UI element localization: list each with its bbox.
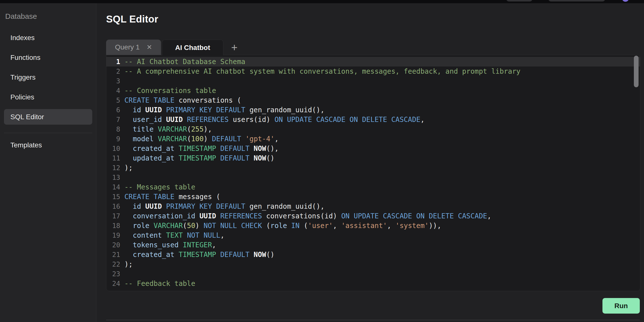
line-number: 12	[106, 163, 120, 172]
page-title: SQL Editor	[106, 14, 158, 25]
code-line: 6 id UUID PRIMARY KEY DEFAULT gen_random…	[106, 105, 640, 115]
line-number: 15	[106, 192, 120, 202]
code-text	[120, 76, 124, 86]
sql-editor-canvas[interactable]: 1-- AI Chatbot Database Schema2-- A comp…	[106, 55, 640, 291]
code-line: 3	[106, 76, 640, 86]
code-text: CREATE TABLE conversations (	[120, 96, 241, 105]
code-line: 7 user_id UUID REFERENCES users(id) ON U…	[106, 115, 640, 124]
code-line: 1-- AI Chatbot Database Schema	[106, 57, 640, 66]
editor-vertical-scrollbar[interactable]	[634, 56, 638, 87]
code-text: conversation_id UUID REFERENCES conversa…	[120, 211, 492, 221]
line-number: 10	[106, 144, 120, 153]
footer-divider	[106, 320, 640, 320]
sidebar-item-sql-editor[interactable]: SQL Editor	[4, 109, 92, 125]
line-number: 7	[106, 115, 120, 124]
code-line: 14-- Messages table	[106, 182, 640, 192]
line-number: 11	[106, 153, 120, 163]
code-line: 17 conversation_id UUID REFERENCES conve…	[106, 211, 640, 221]
code-text: -- AI Chatbot Database Schema	[120, 57, 245, 66]
code-text: title VARCHAR(255),	[120, 124, 212, 134]
code-text	[120, 269, 124, 279]
code-text: -- Feedback table	[120, 279, 196, 288]
line-number: 19	[106, 230, 120, 240]
run-button[interactable]: Run	[602, 298, 640, 314]
line-number: 5	[106, 96, 120, 105]
code-line: 5CREATE TABLE conversations (	[106, 96, 640, 105]
tab-query-1[interactable]: Query 1✕	[106, 40, 161, 55]
line-number: 17	[106, 211, 120, 221]
code-text: content TEXT NOT NULL,	[120, 230, 224, 240]
sidebar-item-triggers[interactable]: Triggers	[4, 70, 92, 85]
line-number: 21	[106, 250, 120, 260]
code-text: -- A comprehensive AI chatbot system wit…	[120, 66, 520, 76]
code-text: CREATE TABLE messages (	[120, 192, 220, 202]
code-line: 8 title VARCHAR(255),	[106, 124, 640, 134]
code-line: 18 role VARCHAR(50) NOT NULL CHECK (role…	[106, 221, 640, 230]
top-bar	[0, 0, 644, 3]
code-line: 2-- A comprehensive AI chatbot system wi…	[106, 66, 640, 76]
sidebar-item-policies[interactable]: Policies	[4, 89, 92, 105]
code-line: 19 content TEXT NOT NULL,	[106, 230, 640, 240]
code-line: 15CREATE TABLE messages (	[106, 192, 640, 202]
code-line: 13	[106, 172, 640, 182]
line-number: 2	[106, 66, 120, 76]
code-line: 23	[106, 269, 640, 279]
line-number: 8	[106, 124, 120, 134]
code-line: 22);	[106, 260, 640, 269]
code-line: 10 created_at TIMESTAMP DEFAULT NOW(),	[106, 144, 640, 153]
close-tab-icon[interactable]: ✕	[147, 44, 152, 51]
sidebar-item-templates[interactable]: Templates	[4, 137, 92, 153]
line-number: 18	[106, 221, 120, 230]
line-number: 22	[106, 260, 120, 269]
sidebar-item-indexes[interactable]: Indexes	[4, 30, 92, 46]
code-text: id UUID PRIMARY KEY DEFAULT gen_random_u…	[120, 105, 324, 115]
code-text: -- Conversations table	[120, 86, 216, 96]
code-text: id UUID PRIMARY KEY DEFAULT gen_random_u…	[120, 202, 324, 211]
line-number: 23	[106, 269, 120, 279]
tab-label: AI Chatbot	[175, 44, 210, 52]
line-number: 3	[106, 76, 120, 86]
code-lines: 1-- AI Chatbot Database Schema2-- A comp…	[106, 55, 640, 288]
code-line: 11 updated_at TIMESTAMP DEFAULT NOW()	[106, 153, 640, 163]
topbar-partial-button-1[interactable]	[506, 0, 532, 2]
app-window: Database IndexesFunctionsTriggersPolicie…	[0, 0, 644, 322]
line-number: 4	[106, 86, 120, 96]
code-text: updated_at TIMESTAMP DEFAULT NOW()	[120, 153, 274, 163]
code-text	[120, 172, 124, 182]
sidebar-item-functions[interactable]: Functions	[4, 50, 92, 65]
code-text: );	[120, 260, 133, 269]
code-text: created_at TIMESTAMP DEFAULT NOW()	[120, 250, 274, 260]
code-text: created_at TIMESTAMP DEFAULT NOW(),	[120, 144, 279, 153]
tab-ai-chatbot[interactable]: AI Chatbot	[162, 40, 223, 56]
line-number: 9	[106, 134, 120, 144]
code-line: 12);	[106, 163, 640, 172]
line-number: 6	[106, 105, 120, 115]
code-line: 24-- Feedback table	[106, 279, 640, 288]
code-line: 21 created_at TIMESTAMP DEFAULT NOW()	[106, 250, 640, 260]
sidebar-section-title: Database	[0, 3, 96, 20]
code-text: tokens_used INTEGER,	[120, 240, 216, 250]
line-number: 14	[106, 182, 120, 192]
user-avatar[interactable]	[622, 0, 629, 2]
code-line: 4-- Conversations table	[106, 86, 640, 96]
line-number: 24	[106, 279, 120, 288]
query-tab-bar: Query 1✕AI Chatbot+	[106, 40, 238, 55]
main-panel: SQL Editor Query 1✕AI Chatbot+ 1-- AI Ch…	[96, 3, 644, 322]
code-line: 16 id UUID PRIMARY KEY DEFAULT gen_rando…	[106, 202, 640, 211]
topbar-partial-button-2[interactable]	[548, 0, 605, 2]
code-text: );	[120, 163, 133, 172]
code-text: role VARCHAR(50) NOT NULL CHECK (role IN…	[120, 221, 441, 230]
code-text: model VARCHAR(100) DEFAULT 'gpt-4',	[120, 134, 279, 144]
new-tab-button[interactable]: +	[231, 42, 238, 53]
sidebar-nav: IndexesFunctionsTriggersPoliciesSQL Edit…	[0, 30, 96, 125]
line-number: 16	[106, 202, 120, 211]
code-text: user_id UUID REFERENCES users(id) ON UPD…	[120, 115, 425, 124]
sidebar-nav-secondary: Templates	[0, 137, 96, 153]
code-text: -- Messages table	[120, 182, 196, 192]
sidebar: Database IndexesFunctionsTriggersPolicie…	[0, 3, 96, 322]
line-number: 20	[106, 240, 120, 250]
tab-label: Query 1	[115, 43, 140, 51]
code-line: 9 model VARCHAR(100) DEFAULT 'gpt-4',	[106, 134, 640, 144]
code-line: 20 tokens_used INTEGER,	[106, 240, 640, 250]
sidebar-divider	[4, 133, 92, 133]
